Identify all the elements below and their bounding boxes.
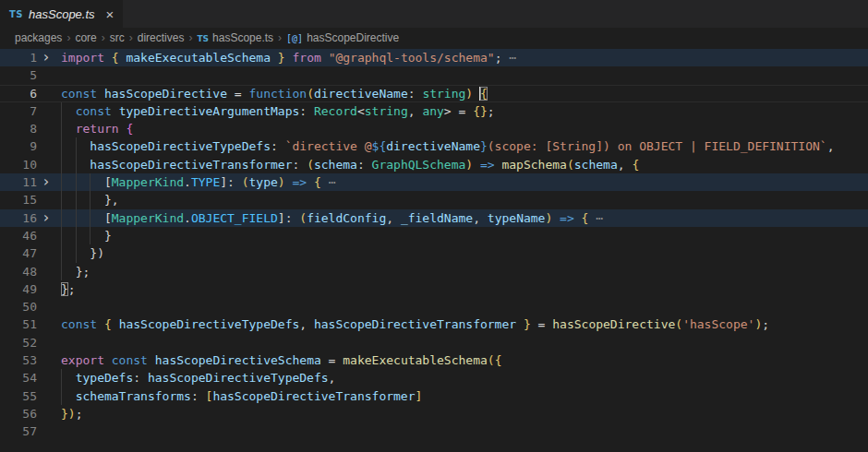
code-text: } <box>61 227 112 244</box>
line-number: 53 <box>0 351 37 369</box>
code-line[interactable]: 8 return { <box>0 120 868 137</box>
code-token: , <box>408 104 423 118</box>
code-token: _fieldName <box>401 211 473 225</box>
code-token <box>61 265 76 279</box>
line-number: 47 <box>0 244 37 262</box>
code-token: ⋯ <box>588 211 603 225</box>
code-token: , <box>473 211 488 225</box>
code-line[interactable]: 7 const typeDirectiveArgumentMaps: Recor… <box>0 102 868 120</box>
code-line[interactable]: 11› [MapperKind.TYPE]: (type) => { ⋯ <box>0 173 868 191</box>
code-token: hasScopeDirectiveTypeDefs <box>90 139 271 153</box>
code-token: = <box>531 317 552 331</box>
code-token: directiveName <box>314 87 408 101</box>
code-text: }); <box>61 405 82 422</box>
indent-guide <box>76 244 77 262</box>
code-token: string <box>422 87 465 101</box>
code-token: ( <box>242 175 249 189</box>
code-token: 'hasScope' <box>682 317 754 331</box>
indent-guide <box>76 191 77 208</box>
code-token: TYPE <box>191 175 220 189</box>
code-token: > <box>444 104 459 118</box>
breadcrumb-item-src[interactable]: src <box>110 31 125 44</box>
breadcrumb-file-label: hasScope.ts <box>212 31 273 44</box>
code-line[interactable]: 56}); <box>0 405 868 422</box>
breadcrumb-item-symbol[interactable]: [@]hasScopeDirective <box>286 31 399 44</box>
fold-chevron-icon[interactable]: › <box>42 48 51 65</box>
code-token: { <box>480 87 488 101</box>
close-icon[interactable]: × <box>106 7 115 21</box>
code-line[interactable]: 54 typeDefs: hasScopeDirectiveTypeDefs, <box>0 369 868 387</box>
fold-chevron-icon[interactable]: › <box>42 208 51 226</box>
code-line[interactable]: 6const hasScopeDirective = function(dire… <box>0 85 868 102</box>
code-token: {} <box>473 104 488 118</box>
typescript-icon: TS <box>197 34 209 43</box>
breadcrumb: packages›core›src›directives›TShasScope.… <box>0 28 868 48</box>
code-line[interactable]: 53export const hasScopeDirectiveSchema =… <box>0 351 868 369</box>
code-line[interactable]: 52 <box>0 334 868 351</box>
line-number: 9 <box>0 137 37 155</box>
code-token: hasScopeDirective <box>104 87 235 101</box>
code-token: ( <box>307 87 314 101</box>
code-token <box>61 175 104 189</box>
code-token <box>61 229 104 243</box>
code-token: , <box>618 158 633 172</box>
code-line[interactable]: 51const { hasScopeDirectiveTypeDefs, has… <box>0 315 868 333</box>
tab-bar: TS hasScope.ts × <box>0 0 868 28</box>
breadcrumb-item-packages[interactable]: packages <box>15 31 62 44</box>
line-number: 10 <box>0 156 37 173</box>
indent-guide <box>61 137 62 155</box>
fold-chevron-icon[interactable]: › <box>42 172 51 190</box>
code-token: GraphQLSchema <box>372 158 466 172</box>
code-line[interactable]: 9 hasScopeDirectiveTypeDefs: `directive … <box>0 137 868 155</box>
code-line[interactable]: 57 <box>0 422 868 440</box>
code-token: { <box>126 122 133 136</box>
code-editor[interactable]: 1›import { makeExecutableSchema } from "… <box>0 48 868 441</box>
line-number: 6 <box>0 85 37 102</box>
tab-hasscope[interactable]: TS hasScope.ts × <box>0 0 123 28</box>
code-line[interactable]: 10 hasScopeDirectiveTransformer: (schema… <box>0 156 868 173</box>
code-token: } <box>104 229 112 243</box>
code-line[interactable]: 55 schemaTransforms: [hasScopeDirectiveT… <box>0 387 868 405</box>
code-token: ; <box>76 407 83 421</box>
indent-guide <box>61 387 62 405</box>
code-line[interactable]: 46 } <box>0 227 868 244</box>
code-token: ) <box>465 87 473 101</box>
code-token: = <box>321 353 343 367</box>
code-line[interactable]: 16› [MapperKind.OBJECT_FIELD]: (fieldCon… <box>0 209 868 227</box>
typescript-icon: TS <box>9 9 23 19</box>
indent-guide <box>61 102 62 120</box>
indent-guide <box>76 227 77 244</box>
code-line[interactable]: 47 }) <box>0 244 868 262</box>
code-token: ${ <box>372 139 387 153</box>
indent-guide <box>76 137 77 155</box>
code-token: ⋯ <box>321 175 336 189</box>
code-token: [ <box>104 211 112 225</box>
code-token: => <box>552 211 581 225</box>
code-line[interactable]: 15 }, <box>0 191 868 208</box>
code-text: export const hasScopeDirectiveSchema = m… <box>61 351 501 369</box>
code-line[interactable]: 48 }; <box>0 263 868 280</box>
indent-guide <box>90 173 90 191</box>
code-token: }) <box>90 246 104 260</box>
code-line[interactable]: 49}; <box>0 280 868 298</box>
indent-guide <box>61 369 62 387</box>
code-token: function <box>249 87 307 101</box>
code-token: : <box>191 389 206 403</box>
code-token: "@graphql-tools/schema" <box>329 51 495 65</box>
code-token: export <box>61 353 112 367</box>
code-token: const <box>61 317 104 331</box>
breadcrumb-item-core[interactable]: core <box>75 31 96 44</box>
breadcrumb-item-directives[interactable]: directives <box>138 31 185 44</box>
code-line[interactable]: 50 <box>0 298 868 315</box>
code-token: any <box>422 104 443 118</box>
chevron-right-icon: › <box>278 31 282 44</box>
code-token: ) <box>465 158 473 172</box>
indent-guide <box>76 209 77 227</box>
code-token: hasScopeDirective <box>552 317 675 331</box>
line-number: 11 <box>0 173 37 191</box>
code-line[interactable]: 1›import { makeExecutableSchema } from "… <box>0 49 868 66</box>
indent-guide <box>61 173 62 191</box>
code-line[interactable]: 5 <box>0 66 868 84</box>
breadcrumb-item-file[interactable]: TShasScope.ts <box>197 31 273 44</box>
indent-guide <box>90 227 90 244</box>
